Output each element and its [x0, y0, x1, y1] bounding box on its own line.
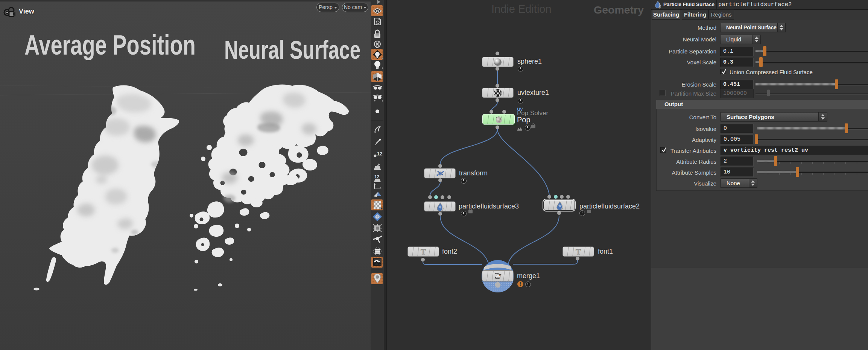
svg-text:12: 12	[377, 151, 382, 157]
svg-text:T: T	[576, 248, 581, 256]
svg-text:12: 12	[374, 174, 380, 180]
svg-text:T: T	[421, 248, 426, 256]
